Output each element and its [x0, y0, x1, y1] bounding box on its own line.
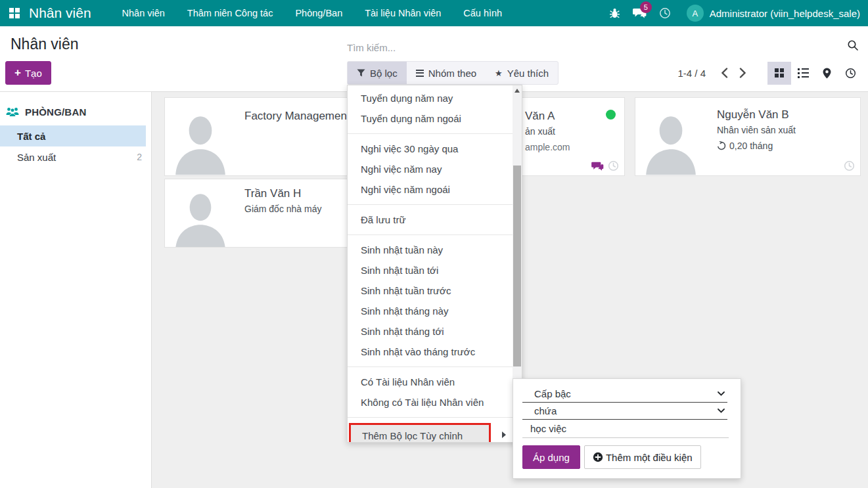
apps-menu-button[interactable] [0, 0, 29, 26]
pager-next-button[interactable] [733, 62, 752, 84]
menu-divider [348, 133, 514, 134]
filter-item[interactable]: Sinh nhật tuần trước [348, 280, 514, 301]
sidebar-section-title: PHÒNG/BAN [25, 106, 86, 118]
app-brand-title[interactable]: Nhân viên [29, 5, 91, 21]
pager-previous-button[interactable] [715, 62, 733, 84]
menu-phong-ban[interactable]: Phòng/Ban [284, 0, 354, 26]
groupby-bars-icon [416, 70, 424, 77]
record-count: 2 [137, 152, 142, 162]
list-view-button[interactable] [791, 62, 815, 85]
plus-circle-icon [593, 452, 603, 462]
scrollbar-thumb[interactable] [513, 166, 521, 366]
employee-card-nguyen-van-b[interactable]: Nguyễn Văn B Nhân viên sản xuất 0,20 thá… [635, 97, 861, 176]
map-pin-icon [823, 68, 831, 79]
filter-item[interactable]: Đã lưu trữ [348, 210, 514, 230]
filter-item[interactable]: Tuyển dụng năm ngoái [348, 108, 514, 129]
menu-divider [348, 234, 514, 235]
history-icon [717, 141, 726, 150]
groupby-button[interactable]: Nhóm theo [407, 62, 486, 84]
search-button[interactable] [847, 39, 859, 53]
menu-divider [348, 204, 514, 205]
menu-divider [348, 366, 514, 367]
filter-item[interactable]: Nghỉ việc 30 ngày qua [348, 139, 514, 159]
operator-select[interactable]: chứa [522, 403, 727, 420]
search-input[interactable] [347, 38, 840, 56]
add-condition-button[interactable]: Thêm một điều kiện [584, 445, 701, 469]
create-button[interactable]: + Tạo [5, 61, 51, 85]
field-select[interactable]: Cấp bậc [522, 386, 727, 403]
favorites-button-label: Yêu thích [507, 68, 549, 79]
employee-name: Nguyễn Văn B [717, 108, 856, 122]
messages-count-badge: 5 [640, 1, 652, 13]
groupby-button-label: Nhóm theo [428, 68, 476, 79]
add-custom-filter-item[interactable]: Thêm Bộ lọc Tùy chỉnh [349, 423, 491, 443]
scroll-up-arrow-icon [514, 89, 520, 93]
kanban-view-button[interactable] [767, 62, 791, 85]
filter-item[interactable]: Sinh nhật tháng tới [348, 321, 514, 342]
online-status-dot [606, 110, 616, 120]
top-navbar: Nhân viên Nhân viên Thâm niên Công tác P… [0, 0, 868, 26]
filters-button-label: Bộ lọc [370, 68, 398, 79]
departments-sidebar: PHÒNG/BAN Tất cả Sản xuất 2 [0, 92, 152, 488]
employee-job: ản xuất [525, 126, 620, 137]
list-icon [798, 68, 809, 78]
field-select-value: Cấp bậc [522, 388, 571, 399]
menu-cau-hinh[interactable]: Cấu hình [452, 0, 513, 26]
menu-tham-nien[interactable]: Thâm niên Công tác [176, 0, 285, 26]
kanban-icon [775, 68, 784, 78]
filter-item[interactable]: Sinh nhật tháng này [348, 301, 514, 321]
filter-item[interactable]: Sinh nhật tuần tới [348, 260, 514, 280]
pager-zone: 1-4 / 4 [677, 61, 862, 85]
apply-filter-button[interactable]: Áp dụng [522, 445, 580, 469]
chevron-down-icon [718, 409, 725, 413]
map-view-button[interactable] [815, 62, 838, 85]
filter-item[interactable]: Sinh nhật tuần này [348, 240, 514, 260]
card-activity-clock-icon[interactable] [608, 160, 619, 171]
plus-icon: + [14, 66, 21, 79]
favorites-button[interactable]: ★ Yêu thích [486, 62, 558, 84]
employee-job: Nhân viên sản xuất [717, 125, 856, 135]
user-avatar[interactable]: A [687, 5, 704, 22]
menu-divider [348, 417, 514, 418]
card-activity-clock-icon[interactable] [844, 160, 855, 171]
sidebar-item-san-xuat[interactable]: Sản xuất 2 [0, 146, 151, 167]
filter-value-input[interactable] [522, 420, 729, 438]
employee-avatar [170, 185, 231, 247]
activity-view-button[interactable] [838, 62, 862, 85]
filter-item[interactable]: Không có Tài liệu Nhân viên [348, 392, 514, 412]
view-switcher [767, 62, 862, 85]
seniority-value: 0,20 tháng [729, 141, 773, 151]
create-button-label: Tạo [25, 68, 42, 79]
activities-button[interactable] [652, 0, 677, 26]
filters-button[interactable]: Bộ lọc [348, 62, 407, 84]
sidebar-item-label: Tất cả [17, 131, 45, 142]
debug-bug-icon[interactable] [603, 0, 628, 26]
sidebar-item-all[interactable]: Tất cả [0, 125, 146, 146]
filter-item[interactable]: Nghỉ việc năm ngoái [348, 179, 514, 200]
add-condition-label: Thêm một điều kiện [606, 452, 693, 463]
star-icon: ★ [495, 68, 503, 78]
chevron-left-icon [721, 68, 728, 78]
control-panel: Nhân viên + Tạo Bộ lọc Nhóm theo ★ Yêu t… [0, 26, 868, 92]
clock-icon [659, 7, 671, 19]
menu-tai-lieu[interactable]: Tài liệu Nhân viên [354, 0, 452, 26]
bug-icon [609, 8, 620, 19]
apps-grid-icon [9, 8, 20, 18]
search-options-bar: Bộ lọc Nhóm theo ★ Yêu thích [347, 61, 559, 85]
user-menu[interactable]: Administrator (viin_helpdesk_sale) [710, 8, 860, 19]
menu-nhan-vien[interactable]: Nhân viên [111, 0, 176, 26]
custom-filter-panel: Cấp bậc chứa Áp dụng Thêm một điều kiện [513, 378, 741, 479]
employee-avatar [170, 103, 231, 175]
activity-clock-icon [845, 68, 856, 79]
employee-seniority: 0,20 tháng [717, 141, 856, 151]
filter-item[interactable]: Nghỉ việc năm nay [348, 159, 514, 179]
pager-counter: 1-4 / 4 [677, 68, 706, 79]
filters-dropdown-menu: Tuyển dụng năm nay Tuyển dụng năm ngoái … [347, 85, 522, 443]
filter-item[interactable]: Sinh nhật vào tháng trước [348, 342, 514, 362]
card-chat-icon[interactable] [591, 161, 604, 171]
messages-button[interactable]: 5 [628, 0, 652, 26]
sidebar-item-label: Sản xuất [17, 152, 56, 163]
employee-email: ample.com [525, 142, 620, 152]
filter-item[interactable]: Có Tài liệu Nhân viên [348, 372, 514, 392]
filter-item[interactable]: Tuyển dụng năm nay [348, 88, 514, 108]
